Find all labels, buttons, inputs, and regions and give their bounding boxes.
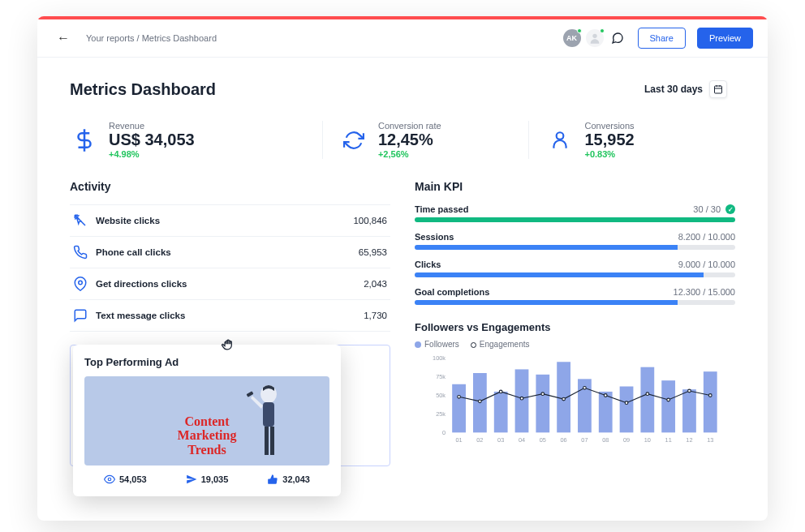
stat-value: 15,952 <box>584 131 634 149</box>
svg-point-13 <box>108 478 111 481</box>
share-button[interactable]: Share <box>638 28 686 49</box>
activity-value: 2,043 <box>364 279 387 289</box>
svg-point-35 <box>520 397 523 400</box>
topbar: ← Your reports / Metrics Dashboard AK Sh… <box>37 19 768 58</box>
title-row: Metrics Dashboard Last 30 days <box>70 75 735 103</box>
avatar[interactable]: AK <box>563 29 581 47</box>
status-dot-icon <box>577 28 582 33</box>
stat-value: 12,45% <box>378 131 441 149</box>
date-range-picker[interactable]: Last 30 days <box>636 75 735 103</box>
ad-card[interactable]: Top Performing Ad Content Marketing Tren… <box>73 345 341 496</box>
check-icon: ✓ <box>725 204 735 214</box>
ad-metric-likes: 32,043 <box>267 474 310 485</box>
ad-metric-value: 32,043 <box>282 474 310 484</box>
followers-chart: 025k50k75k100k01020304050607080910111213 <box>415 355 735 444</box>
activity-list: Website clicks100,846Phone call clicks65… <box>70 204 390 332</box>
svg-point-37 <box>562 397 566 401</box>
kpi-row: Goal completions12.300 / 15.000 <box>415 287 735 305</box>
svg-text:12: 12 <box>686 436 692 444</box>
activity-icon <box>73 213 88 228</box>
user-icon <box>545 126 575 155</box>
svg-rect-31 <box>704 371 717 432</box>
svg-rect-21 <box>494 392 508 432</box>
svg-rect-22 <box>515 369 529 432</box>
chart-legend: Followers Engagements <box>415 340 735 349</box>
chart-title: Followers vs Engagements <box>415 321 735 333</box>
svg-point-32 <box>458 396 461 399</box>
dollar-icon <box>70 126 99 155</box>
svg-text:04: 04 <box>519 436 525 444</box>
activity-label: Website clicks <box>96 216 345 225</box>
svg-text:50k: 50k <box>436 392 446 399</box>
ad-headline: Content Marketing Trends <box>178 414 237 457</box>
svg-rect-29 <box>661 380 675 432</box>
svg-rect-26 <box>599 392 613 432</box>
eye-icon <box>104 474 115 485</box>
kpi-value: 9.000 / 10.000 <box>678 260 735 269</box>
kpi-fill <box>415 245 678 250</box>
user-icon <box>588 32 601 45</box>
kpi-label: Clicks <box>415 260 441 269</box>
stat-label: Revenue <box>109 121 195 131</box>
content: Metrics Dashboard Last 30 days Revenue U… <box>37 58 768 521</box>
svg-point-33 <box>479 400 482 403</box>
back-arrow-icon[interactable]: ← <box>52 29 75 47</box>
svg-point-0 <box>592 34 596 38</box>
kpi-label: Goal completions <box>415 287 489 297</box>
status-dot-icon <box>600 28 605 33</box>
thumbs-up-icon <box>267 474 278 485</box>
svg-point-34 <box>499 390 502 393</box>
ad-metrics: 54,053 19,035 32,043 <box>84 474 329 485</box>
kpi-bar <box>415 300 735 305</box>
stat-delta: +4.98% <box>109 149 195 159</box>
refresh-icon <box>339 126 368 155</box>
svg-rect-30 <box>682 389 696 432</box>
svg-point-39 <box>604 394 607 397</box>
preview-button[interactable]: Preview <box>697 28 753 49</box>
activity-icon <box>73 308 88 323</box>
stat-conversions: Conversions 15,952 +0.83% <box>528 121 735 159</box>
stat-label: Conversions <box>584 121 634 131</box>
activity-label: Text message clicks <box>96 311 355 320</box>
date-range-label: Last 30 days <box>644 84 703 95</box>
chat-icon[interactable] <box>609 29 626 47</box>
activity-row: Website clicks100,846 <box>70 205 390 237</box>
svg-text:10: 10 <box>644 436 651 444</box>
avatar[interactable] <box>586 29 604 47</box>
grab-cursor-icon <box>221 337 237 356</box>
svg-text:75k: 75k <box>436 373 446 380</box>
avatar-initials: AK <box>566 34 577 42</box>
svg-text:02: 02 <box>476 436 483 444</box>
kpi-list: Time passed30 / 30✓Sessions8.200 / 10.00… <box>415 204 735 305</box>
svg-text:03: 03 <box>497 436 504 444</box>
svg-rect-19 <box>452 384 466 433</box>
breadcrumb[interactable]: Your reports / Metrics Dashboard <box>86 33 552 43</box>
svg-point-40 <box>625 401 628 405</box>
svg-rect-11 <box>270 427 274 455</box>
stat-conversion-rate: Conversion rate 12,45% +2,56% <box>322 121 529 159</box>
svg-text:05: 05 <box>540 436 546 444</box>
section-title: Main KPI <box>415 180 735 193</box>
calendar-icon <box>709 80 727 98</box>
columns: Activity Website clicks100,846Phone call… <box>70 180 735 496</box>
kpi-row: Time passed30 / 30✓ <box>415 204 735 222</box>
left-column: Activity Website clicks100,846Phone call… <box>70 180 390 496</box>
legend-followers: Followers <box>415 340 459 349</box>
person-illustration-icon <box>240 380 297 461</box>
stat-value: US$ 34,053 <box>109 131 195 149</box>
kpi-fill <box>415 300 678 305</box>
svg-rect-23 <box>536 375 549 432</box>
legend-dot-icon <box>415 341 421 348</box>
svg-point-44 <box>708 394 712 397</box>
kpi-value: 30 / 30 <box>693 204 721 214</box>
activity-row: Text message clicks1,730 <box>70 300 390 332</box>
svg-rect-28 <box>640 367 654 433</box>
kpi-fill <box>415 272 704 277</box>
stat-delta: +0.83% <box>584 149 634 159</box>
activity-label: Phone call clicks <box>96 247 351 257</box>
activity-value: 65,953 <box>359 247 387 257</box>
activity-row: Get directions clicks2,043 <box>70 268 390 300</box>
avatar-group: AK <box>563 29 626 47</box>
svg-point-6 <box>557 132 564 139</box>
activity-value: 100,846 <box>353 216 387 225</box>
